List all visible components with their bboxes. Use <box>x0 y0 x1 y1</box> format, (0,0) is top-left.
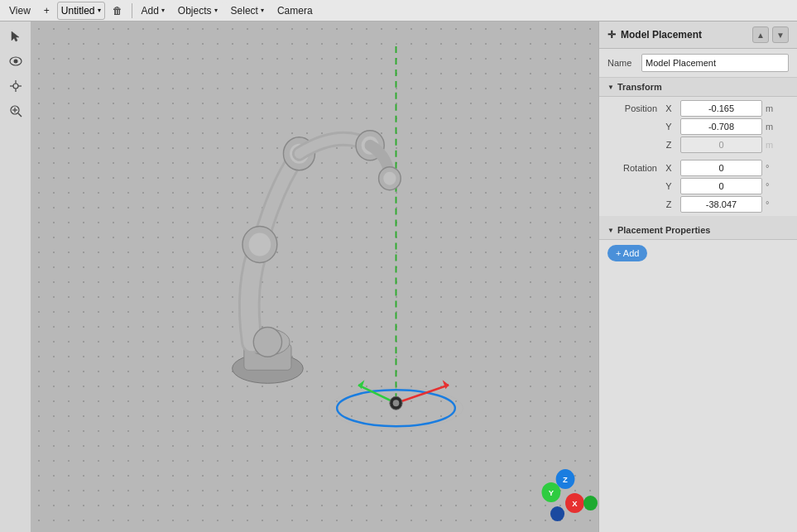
viewport[interactable]: Y X Z <box>31 22 598 532</box>
rot-z-label: Z <box>660 199 677 209</box>
panel-title: Model Placement <box>621 29 702 41</box>
separator-1 <box>132 3 132 18</box>
camera-label: Camera <box>277 5 313 17</box>
rot-z-unit: ° <box>766 199 789 209</box>
add-placement-btn[interactable]: + Add <box>607 245 647 261</box>
pos-x-unit: m <box>766 103 789 113</box>
untitled-select[interactable]: Untitled ▾ <box>57 2 105 20</box>
placement-section: + Add <box>599 240 797 266</box>
svg-point-2 <box>13 84 18 89</box>
rot-y-unit: ° <box>766 181 789 191</box>
collapse-icon: ▼ <box>607 84 614 91</box>
placement-label: Placement Properties <box>617 225 711 235</box>
chevron-down-icon: ▾ <box>98 7 101 14</box>
cursor-tool[interactable] <box>4 25 27 48</box>
pos-x-label: X <box>660 103 677 113</box>
rotation-label: Rotation <box>607 163 657 173</box>
rot-x-label: X <box>660 163 677 173</box>
panel-header: ✛ Model Placement ▲ ▼ <box>599 22 797 49</box>
eye-tool[interactable] <box>4 50 27 73</box>
position-group: Position X m Y m Z m <box>599 97 797 156</box>
transform-label: Transform <box>617 82 662 92</box>
svg-point-1 <box>13 60 17 64</box>
select-label: Select <box>231 5 258 17</box>
panel-title-row: ✛ Model Placement <box>607 29 702 41</box>
transform-section-header[interactable]: ▼ Transform <box>599 78 797 97</box>
position-label: Position <box>607 103 657 113</box>
name-label: Name <box>607 58 636 68</box>
main-area: Y X Z ✛ Model Placement ▲ ▼ <box>0 22 797 532</box>
toolbar: View + Untitled ▾ 🗑 Add ▾ Objects ▾ Sele… <box>0 0 797 22</box>
zoom-tool[interactable] <box>4 99 27 122</box>
rot-x-input[interactable] <box>680 160 762 176</box>
camera-menu[interactable]: Camera <box>271 2 319 20</box>
name-input[interactable] <box>641 54 789 72</box>
left-sidebar <box>0 22 31 532</box>
rot-x-unit: ° <box>766 163 789 173</box>
add-label: + Add <box>616 248 639 258</box>
untitled-label: Untitled <box>61 5 95 17</box>
pos-y-label: Y <box>660 122 677 132</box>
select-menu[interactable]: Select ▾ <box>225 2 270 20</box>
svg-line-8 <box>18 113 22 117</box>
select-chevron-icon: ▾ <box>261 7 264 14</box>
name-row: Name <box>599 49 797 78</box>
pos-y-input[interactable] <box>680 118 762 135</box>
pos-z-unit: m <box>766 140 789 150</box>
transform-tool[interactable] <box>4 74 27 98</box>
panel-down-btn[interactable]: ▼ <box>772 26 789 43</box>
move-icon: ✛ <box>607 29 616 41</box>
add-icon-btn[interactable]: + <box>38 2 55 20</box>
rot-y-input[interactable] <box>680 178 762 194</box>
save-btn[interactable]: 🗑 <box>107 2 128 20</box>
placement-collapse-icon: ▼ <box>607 227 614 234</box>
add-label: Add <box>142 5 159 17</box>
add-chevron-icon: ▾ <box>161 7 165 14</box>
rotation-group: Rotation X ° Y ° Z ° <box>599 156 797 216</box>
dot-grid <box>31 22 598 532</box>
pos-x-input[interactable] <box>680 100 762 117</box>
objects-menu[interactable]: Objects ▾ <box>172 2 223 20</box>
pos-z-input <box>680 137 762 153</box>
view-label: View <box>9 5 31 17</box>
plus-icon: + <box>44 5 50 17</box>
rot-z-input[interactable] <box>680 196 762 213</box>
save-icon: 🗑 <box>113 5 122 17</box>
objects-label: Objects <box>178 5 212 17</box>
pos-y-unit: m <box>766 122 789 132</box>
rot-y-label: Y <box>660 181 677 191</box>
add-menu[interactable]: Add ▾ <box>136 2 170 20</box>
right-panel: ✛ Model Placement ▲ ▼ Name ▼ Transform P… <box>598 22 797 532</box>
view-menu[interactable]: View <box>3 2 36 20</box>
panel-arrows: ▲ ▼ <box>752 26 789 43</box>
placement-section-header[interactable]: ▼ Placement Properties <box>599 221 797 240</box>
pos-z-label: Z <box>660 140 677 150</box>
panel-up-btn[interactable]: ▲ <box>752 26 769 43</box>
objects-chevron-icon: ▾ <box>214 7 218 14</box>
